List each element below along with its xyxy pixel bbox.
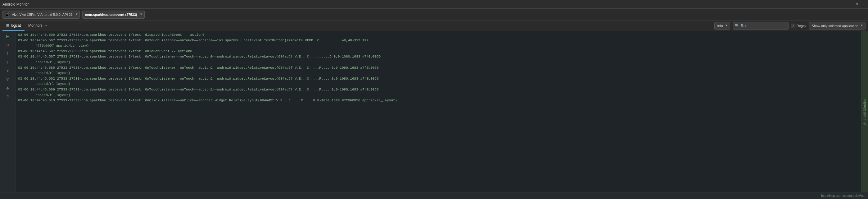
log-line: 03-06 10:44:45.507 27533-27533/com.spark… (18, 49, 866, 54)
dropdown-arrow-device: ▼ (76, 13, 78, 16)
scroll-down-button[interactable]: ↓ (4, 58, 11, 66)
app-label: com.sparkhuu.testevent (27533) (85, 13, 137, 17)
help-button[interactable]: ? (4, 76, 11, 83)
device-label: Vivo Vivo X5Pro V Android 5.0.2, API 21 (12, 13, 73, 17)
log-line: #7f0b0057 app:id/btn_view} (18, 43, 866, 49)
tab-monitors[interactable]: Monitors → (25, 21, 51, 31)
toolbar: 📱 Vivo Vivo X5Pro V Android 5.0.2, API 2… (0, 9, 868, 21)
minimize-icon[interactable]: ─ (861, 2, 866, 7)
log-line: 03-06 10:44:45.507 27533-27533/com.spark… (18, 38, 866, 44)
dropdown-arrow-show: ▼ (861, 24, 863, 27)
settings-gutter-button[interactable]: ⚙ (4, 85, 11, 92)
title-bar: Android Monitor ⚙ ─ (0, 0, 868, 9)
search-box[interactable]: 🔍 (733, 22, 788, 30)
log-line: 03-06 10:44:45.602 27533-27533/com.spark… (18, 76, 866, 82)
run-button[interactable]: ▶ (4, 32, 11, 40)
logcat-tab-label: logcat (11, 23, 21, 28)
log-line: app:id/rl_layout} (18, 82, 866, 87)
log-line: 03-06 10:44:45.506 27533-27533/com.spark… (18, 32, 866, 38)
app-pid: (27533) (125, 13, 137, 17)
log-line: app:id/rl_layout} (18, 93, 866, 98)
device-icon: 📱 (5, 12, 10, 17)
tabs-bar: ▤ logcat Monitors → Info ▼ 🔍 ✓ Regex Sho… (0, 21, 868, 31)
clear-button[interactable]: ⊘ (4, 41, 11, 49)
regex-checkbox-box: ✓ (791, 24, 795, 28)
monitors-tab-label: Monitors (28, 23, 42, 28)
show-selected-btn[interactable]: Show only selected application ▼ (809, 22, 866, 30)
app-label-normal: com.sparkhuu. (85, 13, 109, 17)
log-line: 03-06 10:44:45.610 27533-27533/com.spark… (18, 98, 866, 104)
app-label-bold: testevent (109, 13, 124, 17)
app-selector[interactable]: com.sparkhuu.testevent (27533) ▼ (82, 10, 145, 19)
left-gutter: ▶ ⊘ ↑ ↓ ▼ ? ⚙ ? (0, 31, 16, 192)
side-label: Android Monitor (861, 31, 868, 192)
level-label: Info (717, 24, 723, 28)
info-button[interactable]: ? (4, 93, 11, 101)
dropdown-arrow-level: ▼ (725, 24, 727, 27)
app-title: Android Monitor (2, 2, 29, 6)
search-input[interactable] (740, 24, 786, 28)
log-content[interactable]: 03-06 10:44:45.506 27533-27533/com.spark… (16, 31, 868, 192)
settings-icon[interactable]: ⚙ (854, 2, 859, 7)
side-label-text: Android Monitor (863, 98, 866, 125)
show-selected-label: Show only selected application (812, 24, 858, 28)
log-line: 03-06 10:44:45.507 27533-27533/com.spark… (18, 54, 866, 60)
filter-button[interactable]: ▼ (4, 67, 11, 75)
dropdown-arrow-app: ▼ (140, 13, 142, 16)
search-icon: 🔍 (735, 24, 739, 28)
regex-option[interactable]: ✓ Regex (791, 24, 807, 28)
device-selector[interactable]: 📱 Vivo Vivo X5Pro V Android 5.0.2, API 2… (2, 10, 80, 19)
log-line: 03-06 10:44:45.585 27533-27533/com.spark… (18, 65, 866, 71)
log-line: app:id/rl_layout} (18, 70, 866, 76)
monitors-tab-icon: → (44, 24, 48, 27)
level-dropdown[interactable]: Info ▼ (714, 22, 730, 30)
status-url: http://blog.csdn.net/androidMo... (821, 194, 866, 197)
tab-logcat[interactable]: ▤ logcat (2, 21, 25, 31)
status-bar: http://blog.csdn.net/androidMo... (0, 192, 868, 199)
log-line: 03-06 10:44:45.609 27533-27533/com.spark… (18, 87, 866, 93)
scroll-up-button[interactable]: ↑ (4, 50, 11, 57)
regex-label: Regex (797, 24, 807, 28)
logcat-tab-icon: ▤ (6, 23, 9, 27)
log-line: app:id/rl_layout} (18, 60, 866, 65)
log-area: ▶ ⊘ ↑ ↓ ▼ ? ⚙ ? 03-06 10:44:45.506 27533… (0, 31, 868, 192)
